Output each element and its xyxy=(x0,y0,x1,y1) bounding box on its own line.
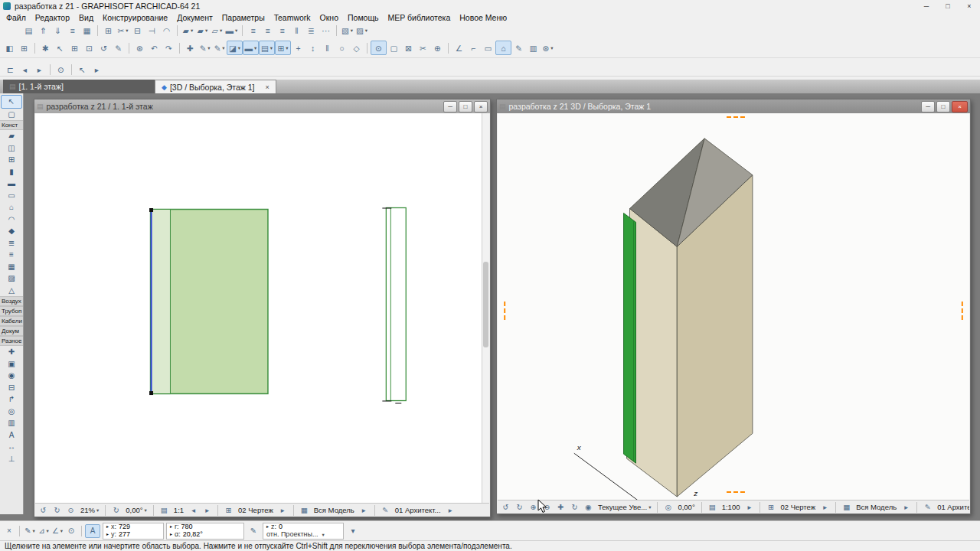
three-d-canvas[interactable]: x z xyxy=(498,113,969,500)
menu-mep-library[interactable]: MEP библиотека xyxy=(384,13,456,22)
fit-height-icon[interactable]: ↕ xyxy=(305,41,320,54)
pen-set-icon[interactable]: ⊞ xyxy=(764,502,777,513)
morph-tool-icon[interactable]: ◆ xyxy=(2,225,21,237)
circle-tool-icon[interactable]: ○ xyxy=(335,41,349,54)
scale-value[interactable]: 1:100 xyxy=(720,503,743,511)
menu-view[interactable]: Вид xyxy=(74,13,98,22)
model-filter-menu-icon[interactable]: ▸ xyxy=(358,505,371,516)
model-filter-icon[interactable]: ▦ xyxy=(840,502,853,513)
menu-window[interactable]: Окно xyxy=(315,13,343,22)
three-d-view[interactable]: x z xyxy=(498,113,969,500)
app-titlebar[interactable]: разработка z 21 - GRAPHISOFT ARCHICAD-64… xyxy=(0,0,980,12)
distribute-v-icon[interactable]: ≣ xyxy=(304,24,318,37)
display-options-icon-arrow[interactable]: ▾ xyxy=(351,28,353,34)
coordbar-close-icon[interactable]: × xyxy=(2,525,16,537)
edit-icon[interactable]: ✎ xyxy=(511,41,526,54)
adjust-icon[interactable]: ⊣ xyxy=(145,24,159,37)
pen-set-icon[interactable]: ⊞ xyxy=(222,505,235,516)
model-building[interactable] xyxy=(627,139,753,497)
favorites-icon[interactable]: ✱ xyxy=(38,41,53,54)
angle-lock-icon[interactable]: ▸ xyxy=(170,531,172,539)
story-list-icon[interactable]: ≡ xyxy=(65,24,80,37)
nav-forward-icon[interactable]: ↻ xyxy=(513,502,526,513)
fill-style-c-icon[interactable]: ▱▾ xyxy=(210,24,224,37)
zone-tool-icon[interactable]: ▨ xyxy=(2,272,21,285)
window-maximize-button[interactable]: □ xyxy=(459,101,472,112)
selection-node[interactable] xyxy=(149,391,153,395)
pen-set-name[interactable]: 02 Чертеж xyxy=(778,503,818,511)
railing-tool-icon[interactable]: ≡ xyxy=(2,249,21,261)
layer-combination-icon[interactable]: ✎ xyxy=(379,505,392,516)
line-weight-icon[interactable]: ▬▾ xyxy=(224,24,239,37)
guide-lines-icon[interactable]: ✎▾ xyxy=(23,525,37,537)
magnet-icon[interactable]: ⊕ xyxy=(430,41,445,54)
align-right-icon[interactable]: ≡ xyxy=(275,24,289,37)
menu-teamwork[interactable]: Teamwork xyxy=(270,13,315,22)
scale-next-icon[interactable]: ▸ xyxy=(201,505,214,516)
diamond-tool-icon[interactable]: ◇ xyxy=(349,41,364,54)
draft-pen-icon[interactable]: ✎ xyxy=(111,41,126,54)
dock-icon[interactable]: ⊏ xyxy=(3,63,18,76)
scale-value[interactable]: 1:1 xyxy=(172,506,186,514)
more-options-icon-arrow[interactable]: ▾ xyxy=(550,45,553,51)
layer-settings-icon[interactable]: ▦ xyxy=(80,24,94,37)
fill-style-a-icon[interactable]: ▰▾ xyxy=(181,24,195,37)
detail-tool-icon[interactable]: ◎ xyxy=(2,406,21,418)
view-rotation-dropdown-arrow[interactable]: ▾ xyxy=(145,507,147,514)
snap-plus-icon[interactable]: + xyxy=(291,41,305,54)
quick-options-icon[interactable]: ▨▾ xyxy=(354,24,369,37)
plan-wall-element[interactable] xyxy=(382,208,406,403)
app-maximize-button[interactable]: □ xyxy=(937,0,959,12)
line-weight-icon-arrow[interactable]: ▾ xyxy=(235,28,237,34)
app-close-button[interactable]: × xyxy=(959,0,980,12)
pan-icon[interactable]: ✚ xyxy=(554,502,567,513)
fill-display-icon-arrow[interactable]: ▾ xyxy=(270,45,273,51)
plan-window-titlebar[interactable]: ▤ разработка z 21 / 1. 1-й этаж ─□× xyxy=(34,99,490,113)
zoom-preset-dropdown-arrow[interactable]: ▾ xyxy=(648,504,651,510)
reference-level-arrow[interactable]: ▾ xyxy=(322,531,325,539)
scale-icon[interactable]: ▤ xyxy=(158,505,171,516)
model-filter-menu-icon[interactable]: ▸ xyxy=(900,502,913,513)
spread-icon[interactable]: ⋯ xyxy=(318,24,333,37)
z-tracker[interactable]: ▸ z: 0 отн. Проектны... ▾ xyxy=(263,523,344,540)
selection-node[interactable] xyxy=(149,208,153,212)
fill-display-icon[interactable]: ▤▾ xyxy=(259,41,275,55)
hotspot-tool-icon[interactable]: ✚ xyxy=(2,346,21,358)
fill-style-c-icon-arrow[interactable]: ▾ xyxy=(220,28,222,34)
story-settings-icon[interactable]: ▤ xyxy=(21,24,36,37)
more-options-icon[interactable]: ⊛▾ xyxy=(541,41,555,54)
guide-lines-icon-arrow[interactable]: ▾ xyxy=(33,528,35,534)
angle-icon[interactable]: ∠ xyxy=(452,41,466,54)
palettes-icon[interactable]: ◧ xyxy=(2,41,17,54)
trace-reference-icon[interactable]: ◪▾ xyxy=(227,41,243,55)
elevation-tool-icon[interactable]: ↱ xyxy=(2,393,21,406)
wall-tool-icon[interactable]: ▰ xyxy=(2,130,21,142)
marquee-zoom-icon[interactable]: ▢ xyxy=(387,41,401,54)
section-tool-icon[interactable]: ⊟ xyxy=(2,382,21,394)
view-rotation-dropdown[interactable]: 0,00°▾ xyxy=(123,506,149,514)
polar-tracker[interactable]: ▸ r: 780 ▸ α: 20,82° xyxy=(166,523,244,540)
shell-tool-icon[interactable]: ◠ xyxy=(2,214,21,226)
menu-design[interactable]: Конструирование xyxy=(98,13,172,22)
pen-set-b-icon-arrow[interactable]: ▾ xyxy=(222,45,224,51)
pen-set-menu-icon[interactable]: ▸ xyxy=(818,502,831,513)
scissors-icon[interactable]: ✂ xyxy=(416,41,430,54)
zoom-icon[interactable]: ⊙ xyxy=(371,41,387,55)
pen-set-menu-icon[interactable]: ▸ xyxy=(276,505,289,516)
menu-edit[interactable]: Редактор xyxy=(31,13,74,22)
quick-options-icon-arrow[interactable]: ▾ xyxy=(365,28,368,34)
zoom-preset-dropdown[interactable]: Текущее Уве...▾ xyxy=(596,503,653,511)
guide-angle-icon-arrow[interactable]: ▾ xyxy=(47,528,49,534)
fill-style-a-icon-arrow[interactable]: ▾ xyxy=(191,28,193,34)
frame-icon[interactable]: ▭ xyxy=(481,41,495,54)
nav-forward-icon[interactable]: ↻ xyxy=(51,505,64,516)
worksheet-tool-icon[interactable]: ▥ xyxy=(2,417,21,429)
line-weight-toggle-icon-arrow[interactable]: ▾ xyxy=(254,45,256,51)
beam-tool-icon[interactable]: ▬ xyxy=(2,178,21,190)
undo-icon[interactable]: ↶ xyxy=(147,41,162,54)
window-close-button[interactable]: × xyxy=(952,101,968,112)
tab-3d-view[interactable]: ◆ [3D / Выборка, Этаж 1] × xyxy=(155,80,276,93)
model-selected-wall[interactable] xyxy=(624,213,636,463)
grid-icon[interactable]: ⊞ xyxy=(101,24,116,37)
layer-combination-menu-icon[interactable]: ▸ xyxy=(444,505,457,516)
